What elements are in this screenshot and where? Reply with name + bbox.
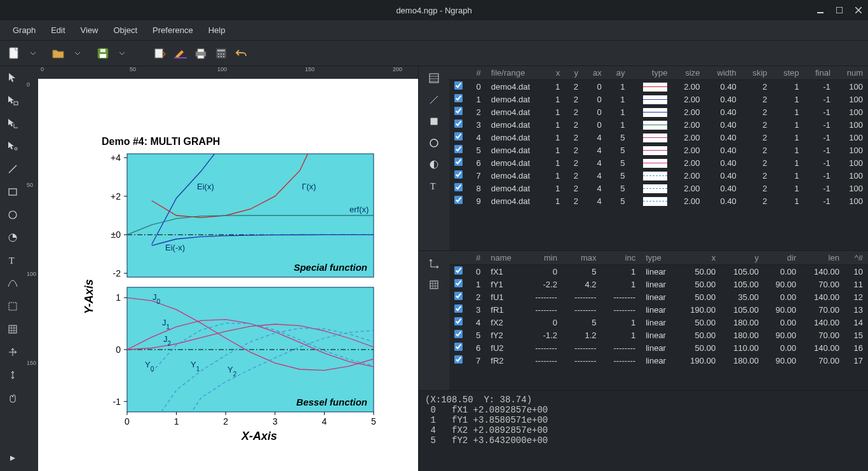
- col-name[interactable]: name: [485, 251, 523, 265]
- pointer-axis-icon[interactable]: [4, 114, 22, 132]
- table-row[interactable]: 5 fY2 -1.21.21 linear 50.00180.0090.0070…: [449, 329, 868, 341]
- row-checkbox[interactable]: [454, 132, 463, 140]
- table-row[interactable]: 2 demo4.dat 1201 2.000.4021-1100: [449, 106, 868, 118]
- table-row[interactable]: 7 demo4.dat 1245 2.000.4021-1100: [449, 169, 868, 182]
- table-row[interactable]: 1 fY1 -2.24.21 linear 50.00105.0090.0070…: [449, 278, 868, 290]
- grid-side-icon[interactable]: [427, 278, 441, 292]
- row-checkbox[interactable]: [454, 81, 463, 90]
- col-len[interactable]: len: [801, 251, 844, 265]
- row-checkbox[interactable]: [454, 158, 463, 166]
- menu-object[interactable]: Object: [106, 23, 146, 38]
- row-checkbox[interactable]: [454, 107, 463, 115]
- undo-icon[interactable]: [233, 44, 250, 62]
- col-max[interactable]: max: [562, 251, 602, 265]
- minimize-icon[interactable]: [816, 6, 825, 15]
- col-#[interactable]: #: [468, 66, 486, 80]
- row-checkbox[interactable]: [454, 266, 463, 275]
- draw-tool-icon[interactable]: [172, 44, 189, 62]
- row-checkbox[interactable]: [454, 94, 463, 102]
- file-open-icon[interactable]: [50, 44, 67, 62]
- circle-tool-icon[interactable]: [4, 206, 22, 224]
- col-num[interactable]: num: [836, 66, 868, 80]
- row-checkbox[interactable]: [454, 343, 463, 351]
- gauss-tool-icon[interactable]: [4, 275, 22, 292]
- col-type[interactable]: type: [630, 66, 673, 80]
- pointer-icon[interactable]: [4, 69, 22, 86]
- line-tool-icon[interactable]: [4, 160, 22, 178]
- col-x[interactable]: x: [547, 66, 566, 80]
- circle-side-icon[interactable]: [427, 136, 441, 150]
- graph-canvas[interactable]: Demo #4: MULTI GRAPH Y-Axis X-Axis -2±0+…: [38, 79, 418, 471]
- col-skip[interactable]: skip: [742, 66, 772, 80]
- table-row[interactable]: 4 demo4.dat 1245 2.000.4021-1100: [449, 131, 868, 144]
- row-checkbox[interactable]: [454, 279, 463, 287]
- pointer-legend-icon[interactable]: [4, 92, 22, 109]
- table-row[interactable]: 8 demo4.dat 1245 2.000.4021-1100: [449, 182, 868, 195]
- half-circle-icon[interactable]: [427, 158, 441, 172]
- arc-tool-icon[interactable]: [4, 229, 22, 247]
- col-min[interactable]: min: [523, 251, 562, 265]
- col-#[interactable]: #: [468, 251, 485, 265]
- col-y[interactable]: y: [565, 66, 583, 80]
- rect-side-icon[interactable]: [427, 114, 441, 128]
- row-checkbox[interactable]: [454, 170, 463, 179]
- text-tool-icon[interactable]: T: [4, 252, 22, 270]
- table-row[interactable]: 3 demo4.dat 1201 2.000.4021-1100: [449, 118, 868, 131]
- hand-tool-icon[interactable]: [4, 389, 22, 407]
- col-ay[interactable]: ay: [607, 66, 630, 80]
- row-checkbox[interactable]: [454, 304, 463, 313]
- chevron-down-icon[interactable]: [69, 44, 86, 62]
- axis-list-icon[interactable]: [427, 256, 441, 270]
- col-type[interactable]: type: [641, 251, 677, 265]
- menu-preference[interactable]: Preference: [145, 23, 201, 38]
- grid-tool-icon[interactable]: [4, 320, 22, 338]
- row-checkbox[interactable]: [454, 355, 463, 364]
- pointer-data-icon[interactable]: [4, 137, 22, 155]
- maximize-icon[interactable]: [835, 6, 844, 15]
- col-y[interactable]: y: [721, 251, 764, 265]
- play-icon[interactable]: [4, 449, 22, 467]
- menu-help[interactable]: Help: [201, 23, 233, 38]
- table-row[interactable]: 5 demo4.dat 1245 2.000.4021-1100: [449, 144, 868, 156]
- table-row[interactable]: 9 demo4.dat 1245 2.000.4021-1100: [449, 195, 868, 207]
- col-x[interactable]: x: [677, 251, 721, 265]
- table-row[interactable]: 4 fX2 051 linear 50.00180.000.00140.0014: [449, 316, 868, 329]
- row-checkbox[interactable]: [454, 183, 463, 191]
- data-list-icon[interactable]: [427, 71, 441, 85]
- close-icon[interactable]: [854, 6, 863, 15]
- col-ax[interactable]: ax: [583, 66, 607, 80]
- row-checkbox[interactable]: [454, 119, 463, 128]
- line-style-icon[interactable]: [427, 93, 441, 107]
- chevron-down-icon[interactable]: [24, 44, 42, 62]
- row-checkbox[interactable]: [454, 292, 463, 300]
- col-dir[interactable]: dir: [764, 251, 801, 265]
- axis-cross-icon[interactable]: [4, 343, 22, 361]
- file-save-icon[interactable]: [94, 44, 112, 62]
- chevron-down-icon[interactable]: [113, 44, 131, 62]
- col-step[interactable]: step: [772, 66, 804, 80]
- table-row[interactable]: 0 demo4.dat 1201 2.000.4021-1100: [449, 80, 868, 93]
- menu-edit[interactable]: Edit: [43, 23, 72, 38]
- table-row[interactable]: 0 fX1 051 linear 50.00105.000.00140.0010: [449, 265, 868, 278]
- print-icon[interactable]: [192, 44, 210, 62]
- col-width[interactable]: width: [705, 66, 742, 80]
- col-final[interactable]: final: [804, 66, 835, 80]
- col-inc[interactable]: inc: [602, 251, 641, 265]
- frame-sel-icon[interactable]: [4, 297, 22, 315]
- data-tool-icon[interactable]: [151, 44, 169, 62]
- calc-icon[interactable]: [212, 44, 230, 62]
- axis-single-icon[interactable]: [4, 366, 22, 384]
- table-row[interactable]: 6 fU2 ------------------------ linear 50…: [449, 341, 868, 354]
- table-row[interactable]: 3 fR1 ------------------------ linear 19…: [449, 303, 868, 316]
- rect-tool-icon[interactable]: [4, 183, 22, 201]
- file-new-icon[interactable]: [5, 44, 23, 62]
- menu-view[interactable]: View: [73, 23, 106, 38]
- row-checkbox[interactable]: [454, 145, 463, 153]
- table-row[interactable]: 6 demo4.dat 1245 2.000.4021-1100: [449, 156, 868, 169]
- col-^#[interactable]: ^#: [844, 251, 868, 265]
- menu-graph[interactable]: Graph: [5, 23, 43, 38]
- text-side-icon[interactable]: T: [427, 179, 441, 193]
- col-size[interactable]: size: [672, 66, 705, 80]
- row-checkbox[interactable]: [454, 196, 463, 204]
- row-checkbox[interactable]: [454, 317, 463, 325]
